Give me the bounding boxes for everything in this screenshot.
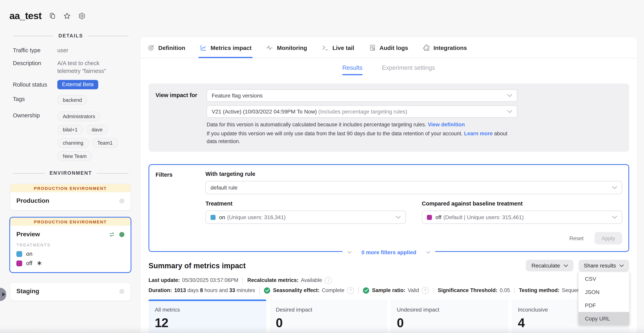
treatment-off-label: off bbox=[26, 260, 32, 266]
status-dot bbox=[119, 198, 124, 203]
main-panel: Definition Metrics impact Monitoring bbox=[140, 38, 637, 333]
tab-live-tail[interactable]: Live tail bbox=[322, 38, 354, 58]
view-impact-panel: View impact for Feature flag versions V2… bbox=[148, 84, 629, 152]
subtab-results[interactable]: Results bbox=[342, 64, 362, 75]
significance-label: Significance Threshold: bbox=[438, 286, 498, 294]
impact-type-select[interactable]: Feature flag versions bbox=[206, 89, 517, 102]
duration-minutes: 33 bbox=[229, 288, 235, 293]
tab-monitoring[interactable]: Monitoring bbox=[266, 38, 307, 58]
owner-pill[interactable]: Administrators bbox=[57, 112, 100, 121]
recalculate-label: Recalculate bbox=[532, 262, 560, 269]
owner-pill[interactable]: bilal+1 bbox=[57, 125, 83, 134]
info-icon[interactable]: i bbox=[325, 277, 332, 284]
owner-pill[interactable]: channing bbox=[57, 138, 89, 148]
tab-integrations[interactable]: Integrations bbox=[422, 38, 467, 58]
star-icon[interactable] bbox=[63, 12, 71, 20]
duration-hours: 8 bbox=[200, 288, 203, 293]
scroll-shadow bbox=[0, 327, 644, 333]
duration-days: 1013 bbox=[174, 288, 186, 293]
sub-tab-bar: Results Experiment settings bbox=[140, 64, 637, 75]
duration-hours-word: hours and bbox=[203, 288, 229, 293]
menu-item-pdf[interactable]: PDF bbox=[578, 299, 629, 312]
question-icon[interactable]: ? bbox=[422, 287, 429, 294]
version-select[interactable]: V21 (Active) (10/03/2022 04:59PM To Now)… bbox=[206, 105, 517, 118]
tab-metrics-impact[interactable]: Metrics impact bbox=[200, 38, 252, 58]
seasonality-value: Complete bbox=[322, 286, 344, 294]
chevron-down-icon bbox=[564, 264, 568, 267]
divider bbox=[259, 287, 260, 294]
recalculate-metrics-label: Recalculate metrics: bbox=[247, 276, 298, 284]
chevron-down-icon bbox=[507, 94, 512, 97]
share-results-label: Share results bbox=[584, 262, 616, 269]
more-filters-toggle[interactable]: 0 more filters applied bbox=[342, 249, 436, 256]
targeting-rule-select[interactable]: default rule bbox=[206, 181, 622, 194]
production-environment-banner: PRODUCTION ENVIRONMENT bbox=[10, 218, 130, 226]
description-value: A/A test to check telemetry "fairness" bbox=[57, 59, 124, 75]
note1-text: Data for this version is automatically c… bbox=[206, 122, 428, 128]
summary-stats-line1: Last update: 05/30/2025 03:57:06PM Recal… bbox=[148, 276, 629, 284]
targeting-rule-label: With targeting rule bbox=[206, 171, 622, 177]
treatment-on-row: on bbox=[16, 251, 124, 257]
tag-pill[interactable]: backend bbox=[57, 95, 87, 105]
baseline-treatment-select[interactable]: off(Default | Unique users: 315,461) bbox=[422, 210, 622, 224]
traffic-type-label: Traffic type bbox=[13, 46, 57, 54]
divider bbox=[433, 287, 434, 294]
last-update-label: Last update: bbox=[148, 276, 180, 284]
chevron-down-icon bbox=[426, 251, 430, 254]
flag-header: aa_test bbox=[0, 0, 140, 22]
swap-arrows-icon[interactable] bbox=[108, 232, 116, 237]
owner-pill[interactable]: New Team bbox=[57, 151, 92, 161]
share-results-button[interactable]: Share results bbox=[578, 260, 629, 272]
gear-icon[interactable] bbox=[78, 12, 86, 20]
learn-more-link[interactable]: Learn more bbox=[464, 131, 493, 136]
owner-pill[interactable]: dave bbox=[86, 125, 108, 134]
rollout-status-label: Rollout status bbox=[13, 81, 57, 88]
tags-label: Tags bbox=[13, 95, 57, 103]
treatment-value: on bbox=[219, 214, 225, 220]
subtab-experiment-settings[interactable]: Experiment settings bbox=[382, 64, 435, 75]
rollout-status-badge[interactable]: External Beta bbox=[57, 80, 98, 89]
tab-label: Audit logs bbox=[380, 44, 408, 51]
version-note-line1: Data for this version is automatically c… bbox=[206, 121, 517, 129]
environment-name: Production bbox=[16, 197, 49, 204]
recalculate-metrics-value: Available bbox=[301, 276, 322, 284]
owner-pill[interactable]: Team1 bbox=[92, 138, 118, 148]
menu-item-csv[interactable]: CSV bbox=[578, 272, 629, 286]
reset-button[interactable]: Reset bbox=[569, 235, 584, 241]
check-circle-icon bbox=[363, 287, 369, 294]
more-filters-label: 0 more filters applied bbox=[361, 249, 416, 256]
filters-label: Filters bbox=[156, 171, 206, 251]
status-dot-active bbox=[119, 232, 124, 237]
treatment-select[interactable]: on(Unique users: 316,341) bbox=[206, 210, 406, 224]
document-search-icon bbox=[368, 44, 376, 51]
view-definition-link[interactable]: View definition bbox=[428, 122, 465, 128]
terminal-icon bbox=[322, 44, 329, 51]
treatment-off-row: off bbox=[16, 260, 124, 266]
ownership-label: Ownership bbox=[13, 112, 57, 119]
environment-card-preview[interactable]: PRODUCTION ENVIRONMENT Preview TREATMENT… bbox=[9, 217, 131, 273]
last-update-value: 05/30/2025 03:57:06PM bbox=[182, 276, 238, 284]
testing-method-label: Testing method: bbox=[519, 286, 560, 294]
tab-audit-logs[interactable]: Audit logs bbox=[368, 38, 408, 58]
tags-row: Tags backend bbox=[13, 95, 133, 105]
details-section: Traffic type user Description A/A test t… bbox=[0, 46, 140, 161]
environment-card-production[interactable]: PRODUCTION ENVIRONMENT Production bbox=[10, 184, 131, 210]
treatment-on-swatch bbox=[210, 215, 216, 220]
question-icon[interactable]: ? bbox=[347, 287, 354, 294]
default-treatment-asterisk-icon bbox=[37, 261, 42, 266]
environment-name: Staging bbox=[16, 288, 39, 295]
recalculate-button[interactable]: Recalculate bbox=[526, 260, 573, 272]
menu-item-copy-url[interactable]: Copy URL bbox=[578, 312, 629, 325]
production-environment-banner: PRODUCTION ENVIRONMENT bbox=[10, 184, 130, 192]
copy-icon[interactable] bbox=[48, 12, 56, 20]
tab-definition[interactable]: Definition bbox=[147, 38, 185, 58]
menu-item-json[interactable]: JSON bbox=[578, 286, 629, 299]
sample-ratio-value: Valid bbox=[408, 286, 419, 294]
divider bbox=[358, 287, 359, 294]
baseline-treatment-label: Compared against baseline treatment bbox=[422, 200, 622, 207]
environment-card-staging[interactable]: Staging bbox=[10, 282, 131, 301]
traffic-type-value: user bbox=[57, 46, 68, 54]
page-title: aa_test bbox=[9, 10, 42, 22]
apply-button[interactable]: Apply bbox=[594, 232, 622, 244]
environment-heading: ENVIRONMENT bbox=[50, 170, 92, 176]
